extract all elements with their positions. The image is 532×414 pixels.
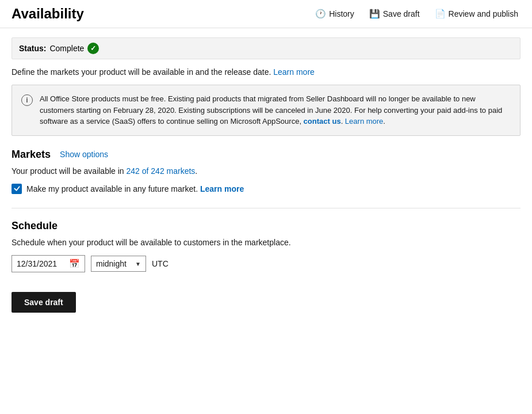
- schedule-title: Schedule: [12, 220, 58, 232]
- schedule-section-header: Schedule: [12, 220, 520, 232]
- save-draft-icon: 💾: [369, 9, 380, 19]
- history-button[interactable]: 🕐 History: [313, 7, 357, 20]
- future-market-checkbox[interactable]: [12, 184, 22, 194]
- section-divider: [12, 208, 520, 208]
- status-value: Complete: [49, 44, 84, 53]
- info-box-text: All Office Store products must be free. …: [40, 93, 511, 127]
- intro-learn-more-link[interactable]: Learn more: [273, 67, 315, 77]
- page-title: Availability: [12, 6, 84, 22]
- markets-description: Your product will be available in 242 of…: [12, 166, 520, 176]
- info-learn-more-link[interactable]: Learn more: [345, 117, 383, 126]
- schedule-inputs: 📅 midnight 12:00 AM 6:00 AM 12:00 PM 6:0…: [12, 255, 520, 272]
- main-content: Status: Complete ✓ Define the markets yo…: [0, 28, 532, 322]
- info-box: i All Office Store products must be free…: [12, 85, 520, 136]
- schedule-description: Schedule when your product will be avail…: [12, 238, 520, 247]
- info-icon: i: [21, 94, 33, 106]
- time-select[interactable]: midnight 12:00 AM 6:00 AM 12:00 PM 6:00 …: [96, 259, 141, 268]
- future-market-label: Make my product available in any future …: [26, 184, 244, 193]
- markets-section-header: Markets Show options: [12, 149, 520, 161]
- calendar-icon[interactable]: 📅: [69, 259, 80, 269]
- time-select-wrapper: midnight 12:00 AM 6:00 AM 12:00 PM 6:00 …: [91, 256, 146, 272]
- top-actions: 🕐 History 💾 Save draft 📄 Review and publ…: [313, 7, 520, 20]
- save-draft-footer-button[interactable]: Save draft: [12, 292, 76, 313]
- timezone-label: UTC: [152, 259, 169, 268]
- show-options-button[interactable]: Show options: [60, 150, 108, 159]
- checkmark-icon: [14, 185, 20, 192]
- date-input[interactable]: [17, 259, 66, 268]
- history-icon: 🕐: [315, 9, 326, 19]
- review-publish-button[interactable]: 📄 Review and publish: [433, 7, 520, 20]
- future-market-learn-more-link[interactable]: Learn more: [200, 184, 244, 193]
- schedule-section: Schedule Schedule when your product will…: [12, 220, 520, 272]
- intro-text: Define the markets your product will be …: [12, 67, 520, 77]
- future-market-checkbox-row: Make my product available in any future …: [12, 184, 520, 194]
- contact-us-link[interactable]: contact us: [304, 117, 341, 126]
- review-publish-icon: 📄: [435, 9, 446, 19]
- markets-title: Markets: [12, 149, 51, 161]
- top-bar: Availability 🕐 History 💾 Save draft 📄 Re…: [0, 0, 532, 28]
- save-draft-header-button[interactable]: 💾 Save draft: [367, 7, 422, 20]
- status-bar: Status: Complete ✓: [12, 37, 520, 59]
- date-input-wrapper: 📅: [12, 255, 85, 272]
- status-label: Status:: [19, 44, 46, 53]
- status-check-icon: ✓: [87, 43, 99, 54]
